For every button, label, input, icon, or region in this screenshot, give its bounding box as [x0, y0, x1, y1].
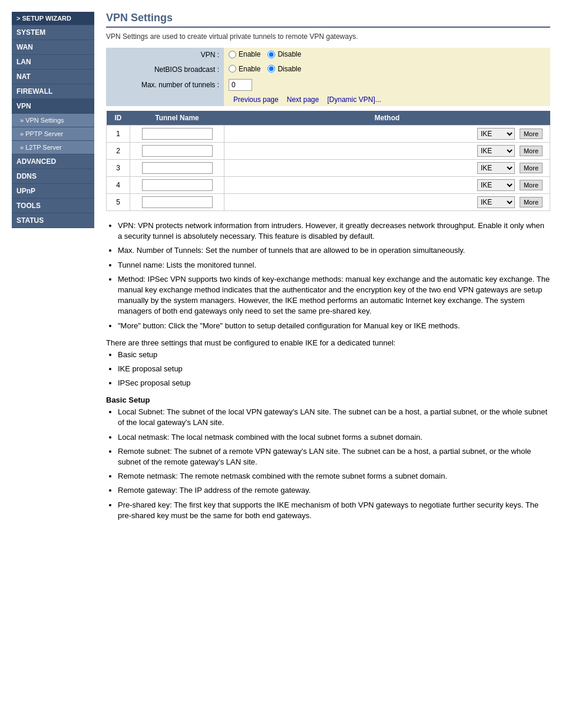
vpn-radio-group: Enable Disable: [229, 50, 301, 58]
more-button-5[interactable]: More: [520, 197, 543, 207]
ike-intro-text: There are three settings that must be co…: [106, 338, 550, 347]
table-row: 4 IKE Manual More: [107, 177, 550, 194]
netbios-disable-label: Disable: [277, 65, 301, 73]
tunnel-table: ID Tunnel Name Method 1 IKE Manual More …: [106, 111, 550, 211]
col-header-method: Method: [224, 111, 550, 126]
sidebar-item-pptp-server[interactable]: » PPTP Server: [12, 127, 94, 141]
main-bullets-list: VPN: VPN protects network information fr…: [118, 220, 550, 331]
nav-links-cell: Previous page Next page [Dynamic VPN]...: [224, 93, 550, 106]
tunnel-name-cell-2: [130, 143, 224, 160]
method-select-5[interactable]: IKE Manual: [477, 196, 515, 208]
more-button-1[interactable]: More: [520, 129, 543, 139]
list-item: VPN: VPN protects network information fr…: [118, 220, 550, 242]
description-section: VPN: VPN protects network information fr…: [106, 220, 550, 331]
netbios-label: NetBIOS broadcast :: [106, 62, 224, 77]
basic-setup-section: Basic Setup Local Subnet: The subnet of …: [106, 396, 550, 521]
sidebar-item-ddns[interactable]: DDNS: [12, 169, 94, 184]
ike-settings-list: Basic setupIKE proposal setupIPSec propo…: [118, 350, 550, 389]
tunnel-id-4: 4: [107, 177, 130, 194]
table-row: 2 IKE Manual More: [107, 143, 550, 160]
vpn-label: VPN :: [106, 48, 224, 62]
tunnel-method-cell-5: IKE Manual More: [224, 194, 550, 211]
ike-section: There are three settings that must be co…: [106, 338, 550, 389]
netbios-disable-option[interactable]: Disable: [267, 65, 301, 73]
previous-page-link[interactable]: Previous page: [233, 95, 279, 104]
tunnel-method-cell-1: IKE Manual More: [224, 126, 550, 143]
tunnel-name-cell-3: [130, 160, 224, 177]
more-button-4[interactable]: More: [520, 180, 543, 190]
method-select-2[interactable]: IKE Manual: [477, 145, 515, 157]
vpn-disable-radio[interactable]: [267, 51, 275, 58]
sidebar-item-advanced[interactable]: ADVANCED: [12, 154, 94, 169]
netbios-disable-radio[interactable]: [267, 65, 275, 73]
sidebar-item-vpn-settings[interactable]: » VPN Settings: [12, 114, 94, 127]
table-row: 3 IKE Manual More: [107, 160, 550, 177]
page-description: VPN Settings are used to create virtual …: [106, 32, 550, 41]
netbios-enable-option[interactable]: Enable: [229, 65, 260, 73]
netbios-enable-label: Enable: [239, 65, 260, 73]
list-item: Method: IPSec VPN supports two kinds of …: [118, 274, 550, 317]
list-item: Local Subnet: The subnet of the local VP…: [118, 407, 550, 428]
list-item: Remote subnet: The subnet of a remote VP…: [118, 446, 550, 467]
more-button-3[interactable]: More: [520, 163, 543, 173]
tunnel-name-input-1[interactable]: [142, 128, 213, 140]
page-title: VPN Settings: [106, 12, 550, 28]
sidebar-item-wan[interactable]: WAN: [12, 40, 94, 55]
max-tunnels-input[interactable]: [229, 79, 252, 91]
list-item: IPSec proposal setup: [118, 378, 550, 388]
netbios-enable-radio[interactable]: [229, 65, 236, 73]
col-header-name: Tunnel Name: [130, 111, 224, 126]
netbios-radio-group: Enable Disable: [229, 65, 301, 73]
dynamic-vpn-link[interactable]: [Dynamic VPN]...: [327, 95, 381, 104]
list-item: Basic setup: [118, 350, 550, 360]
tunnel-name-input-4[interactable]: [142, 179, 213, 191]
tunnel-name-input-2[interactable]: [142, 145, 213, 157]
vpn-enable-radio[interactable]: [229, 51, 236, 58]
list-item: Remote netmask: The remote netmask combi…: [118, 471, 550, 482]
list-item: Pre-shared key: The first key that suppo…: [118, 500, 550, 521]
sidebar-item-setup-wizard[interactable]: > SETUP WIZARD: [12, 12, 94, 25]
tunnel-method-cell-4: IKE Manual More: [224, 177, 550, 194]
method-select-3[interactable]: IKE Manual: [477, 162, 515, 174]
nav-links: Previous page Next page [Dynamic VPN]...: [229, 93, 388, 106]
list-item: Local netmask: The local netmask combine…: [118, 432, 550, 443]
list-item: Max. Number of Tunnels: Set the number o…: [118, 245, 550, 256]
tunnel-id-5: 5: [107, 194, 130, 211]
list-item: "More" button: Click the "More" button t…: [118, 321, 550, 331]
tunnel-name-input-3[interactable]: [142, 162, 213, 174]
sidebar-item-lan[interactable]: LAN: [12, 55, 94, 70]
list-item: Remote gateway: The IP address of the re…: [118, 485, 550, 496]
tunnel-method-cell-2: IKE Manual More: [224, 143, 550, 160]
sidebar-item-vpn[interactable]: VPN: [12, 99, 94, 114]
sidebar: > SETUP WIZARD SYSTEM WAN LAN NAT FIREWA…: [12, 12, 94, 528]
sidebar-item-status[interactable]: STATUS: [12, 213, 94, 228]
tunnel-name-cell-1: [130, 126, 224, 143]
sidebar-item-upnp[interactable]: UPnP: [12, 184, 94, 199]
sidebar-item-firewall[interactable]: FIREWALL: [12, 84, 94, 99]
table-row: 1 IKE Manual More: [107, 126, 550, 143]
max-tunnels-value-cell: [224, 77, 550, 93]
max-tunnels-label: Max. number of tunnels :: [106, 77, 224, 93]
basic-setup-bullets-list: Local Subnet: The subnet of the local VP…: [118, 407, 550, 521]
vpn-settings-form: VPN : Enable Disable NetBIOS: [106, 48, 550, 106]
sidebar-item-tools[interactable]: TOOLS: [12, 199, 94, 213]
list-item: Tunnel name: Lists the monitored tunnel.: [118, 260, 550, 271]
sidebar-item-l2tp-server[interactable]: » L2TP Server: [12, 141, 94, 154]
table-row: 5 IKE Manual More: [107, 194, 550, 211]
vpn-disable-option[interactable]: Disable: [267, 50, 301, 58]
nav-spacer: [106, 93, 224, 106]
vpn-enable-option[interactable]: Enable: [229, 50, 260, 58]
vpn-enable-label: Enable: [239, 50, 260, 58]
basic-setup-title: Basic Setup: [106, 396, 550, 404]
next-page-link[interactable]: Next page: [287, 95, 319, 104]
method-select-4[interactable]: IKE Manual: [477, 179, 515, 191]
method-select-1[interactable]: IKE Manual: [477, 128, 515, 140]
sidebar-item-system[interactable]: SYSTEM: [12, 25, 94, 40]
more-button-2[interactable]: More: [520, 146, 543, 156]
vpn-value-cell: Enable Disable: [224, 48, 550, 62]
tunnel-name-cell-4: [130, 177, 224, 194]
tunnel-name-input-5[interactable]: [142, 196, 213, 208]
sidebar-item-nat[interactable]: NAT: [12, 70, 94, 84]
tunnel-method-cell-3: IKE Manual More: [224, 160, 550, 177]
main-content: VPN Settings VPN Settings are used to cr…: [94, 12, 550, 528]
